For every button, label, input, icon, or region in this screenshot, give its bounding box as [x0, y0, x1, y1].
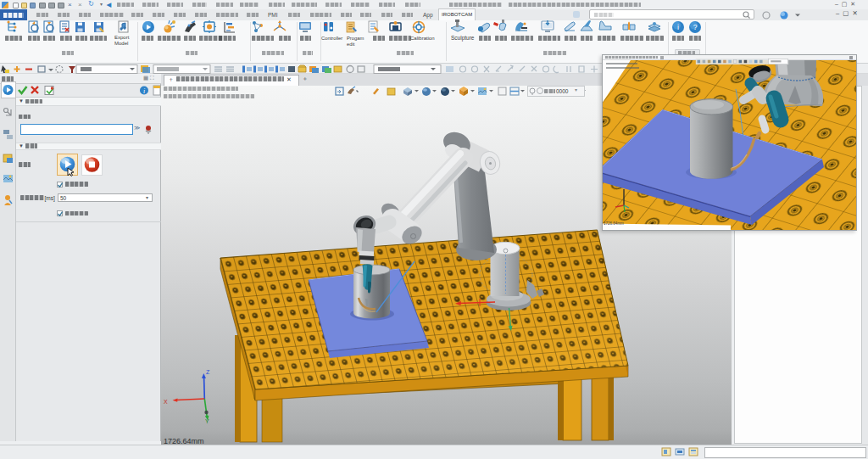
- svg-text:Z: Z: [206, 369, 210, 375]
- svg-text:1726.64mm: 1726.64mm: [164, 437, 204, 445]
- svg-text:i: i: [143, 87, 145, 95]
- svg-text:Y: Y: [205, 418, 209, 424]
- svg-text:1726.64mm: 1726.64mm: [604, 221, 624, 225]
- svg-text:?: ?: [693, 23, 698, 31]
- svg-text:X: X: [164, 399, 168, 405]
- svg-text:i: i: [677, 23, 679, 31]
